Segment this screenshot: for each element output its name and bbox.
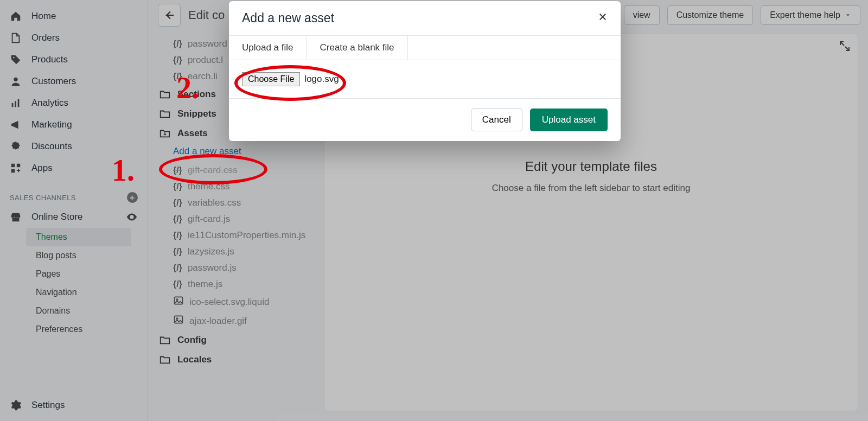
close-button[interactable] bbox=[598, 12, 608, 24]
cancel-button[interactable]: Cancel bbox=[471, 109, 522, 131]
modal-tabs: Upload a file Create a blank file bbox=[229, 36, 621, 60]
tab-upload-file[interactable]: Upload a file bbox=[229, 36, 307, 60]
add-asset-modal: Add a new asset Upload a file Create a b… bbox=[229, 1, 621, 141]
file-input[interactable]: Choose File logo.svg bbox=[242, 72, 608, 86]
upload-asset-button[interactable]: Upload asset bbox=[530, 109, 608, 131]
close-icon bbox=[598, 12, 608, 22]
modal-title: Add a new asset bbox=[242, 11, 334, 25]
chosen-filename: logo.svg bbox=[304, 74, 339, 85]
modal-body: Choose File logo.svg bbox=[229, 60, 621, 99]
tab-create-blank[interactable]: Create a blank file bbox=[307, 36, 408, 60]
modal-footer: Cancel Upload asset bbox=[229, 99, 621, 141]
choose-file-button[interactable]: Choose File bbox=[242, 72, 300, 86]
modal-header: Add a new asset bbox=[229, 1, 621, 36]
